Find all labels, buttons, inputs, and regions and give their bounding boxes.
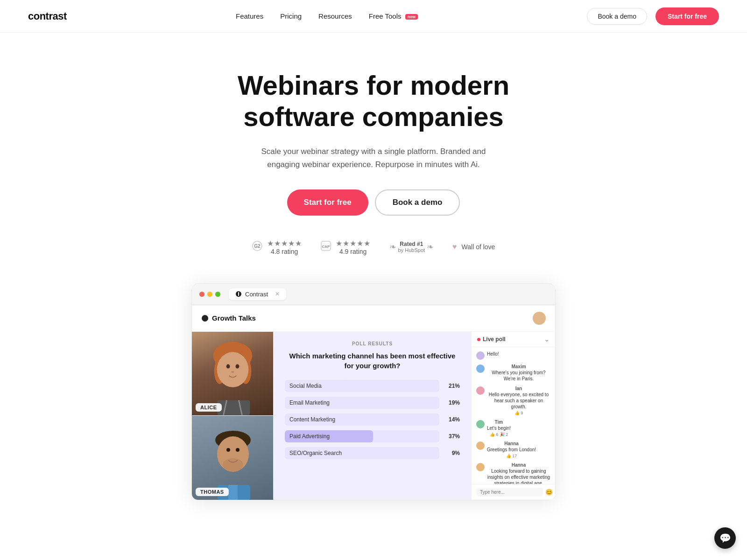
svg-text:G2: G2 — [254, 244, 261, 249]
chat-message: Maxim Where's you joining from? We're in… — [476, 364, 550, 382]
poll-bar-pct: 21% — [444, 383, 460, 389]
laurel-left-icon: ❧ — [389, 242, 396, 252]
chat-reactions: 👍 6 🎉 2 — [487, 432, 511, 437]
poll-option-row: SEO/Organic Search 9% — [285, 447, 460, 459]
capterra-rating: CAP ★★★★★ 4.9 rating — [321, 239, 371, 255]
poll-question: Which marketing channel has been most ef… — [285, 351, 460, 371]
social-proof-bar: G2 ★★★★★ 4.8 rating CAP ★★★★★ 4.9 rating… — [9, 239, 738, 255]
svg-point-11 — [226, 364, 230, 369]
logo: contrast — [28, 10, 67, 22]
g2-stars: ★★★★★ — [267, 239, 302, 248]
browser-bar: Contrast ✕ — [192, 284, 555, 305]
fire-emoji[interactable]: 🔥 — [555, 489, 556, 496]
chat-text: Greetings from London! — [487, 447, 536, 453]
chat-sender: Hanna — [487, 462, 550, 468]
svg-point-20 — [226, 448, 230, 452]
nav-book-demo-button[interactable]: Book a demo — [587, 8, 647, 25]
hero-book-demo-button[interactable]: Book a demo — [375, 189, 460, 216]
dot-yellow — [207, 292, 212, 297]
poll-option-row: Email Marketing 19% — [285, 397, 460, 409]
app-content: Growth Talks — [192, 305, 555, 500]
poll-bar-bg: Social Media — [285, 380, 439, 392]
poll-bar-fill: Paid Advertising — [285, 430, 373, 442]
poll-bar-pct: 9% — [444, 450, 460, 456]
svg-rect-23 — [228, 485, 238, 500]
svg-point-13 — [232, 371, 234, 373]
chat-message: Hello! — [476, 351, 550, 360]
poll-bar-bg: Email Marketing — [285, 397, 439, 409]
chat-input[interactable] — [476, 488, 543, 497]
tab-title: Contrast — [245, 291, 268, 298]
nav-link-free-tools[interactable]: Free Tools new — [369, 12, 418, 20]
nav-link-features[interactable]: Features — [236, 12, 263, 20]
browser-mockup: Contrast ✕ Growth Talks — [191, 283, 556, 500]
poll-bar-bg: SEO/Organic Search — [285, 447, 439, 459]
chat-sender: Tim — [487, 420, 511, 425]
chat-message: Hanna Greetings from London! 👍 17 — [476, 441, 550, 458]
poll-bar-pct: 19% — [444, 399, 460, 406]
poll-option-row: Paid Advertising 37% — [285, 430, 460, 442]
chat-message: Tim Let's begin! 👍 6 🎉 2 — [476, 420, 550, 437]
svg-point-21 — [236, 448, 240, 452]
chat-text: Where's you joining from? We're in Paris… — [487, 370, 550, 382]
live-indicator — [477, 338, 480, 341]
chat-text: Hello! — [487, 351, 499, 357]
chat-avatar — [476, 351, 485, 360]
thomas-face-svg — [192, 416, 273, 500]
user-avatar — [533, 312, 546, 325]
poll-bar-fill: SEO/Organic Search — [285, 447, 346, 459]
poll-options: Social Media 21% Email Marketing 19% Con… — [285, 380, 460, 459]
contrast-favicon — [235, 291, 242, 297]
chat-avatar — [476, 386, 485, 395]
new-badge: new — [405, 14, 418, 20]
wall-of-love: ♥ Wall of love — [452, 243, 495, 251]
wall-of-love-label: Wall of love — [462, 243, 495, 251]
poll-option-row: Content Marketing 14% — [285, 413, 460, 426]
chat-avatar — [476, 420, 485, 428]
speaker-alice-card: ALICE — [192, 332, 273, 416]
hubspot-rated: ❧ Rated #1 by HubSpot ❧ — [389, 241, 434, 253]
svg-rect-14 — [218, 400, 250, 415]
nav-link-resources[interactable]: Resources — [318, 12, 352, 20]
nav-start-free-button[interactable]: Start for free — [655, 7, 719, 25]
poll-bar-label: Social Media — [289, 383, 322, 389]
chat-sender: Hanna — [487, 441, 536, 446]
poll-bar-pct: 14% — [444, 416, 460, 423]
chat-column: Live poll ⌄ Hello! Maxim Where's you joi… — [471, 332, 555, 500]
nav-link-pricing[interactable]: Pricing — [280, 12, 302, 20]
poll-bar-label: Paid Advertising — [289, 433, 330, 440]
tab-close-button[interactable]: ✕ — [275, 291, 280, 297]
chat-text: Let's begin! — [487, 425, 511, 431]
chat-sender: Maxim — [487, 364, 550, 369]
hubspot-line2: by HubSpot — [398, 247, 425, 253]
emoji-picker-button[interactable]: 😊 — [545, 489, 553, 496]
chat-reactions: 👍 9 — [487, 411, 550, 415]
poll-option-row: Social Media 21% — [285, 380, 460, 392]
dot-green — [215, 292, 220, 297]
poll-bar-fill: Content Marketing — [285, 413, 346, 426]
thomas-name-badge: THOMAS — [196, 488, 229, 496]
capterra-label: 4.9 rating — [336, 248, 371, 255]
app-title: Growth Talks — [201, 314, 256, 322]
nav-links: Features Pricing Resources Free Tools ne… — [236, 12, 418, 20]
speakers-column: ALICE — [192, 332, 274, 500]
chat-header: Live poll ⌄ — [472, 332, 555, 347]
browser-dots — [199, 292, 220, 297]
chat-collapse-button[interactable]: ⌄ — [544, 336, 550, 343]
hero-subtext: Scale your webinar strategy with a singl… — [252, 145, 495, 170]
svg-text:CAP: CAP — [322, 245, 330, 249]
hubspot-line1: Rated #1 — [398, 241, 425, 247]
poll-column: POLL RESULTS Which marketing channel has… — [274, 332, 471, 500]
hero-section: Webinars for modern software companies S… — [0, 33, 747, 524]
dot-red — [199, 292, 204, 297]
app-header: Growth Talks — [192, 305, 555, 332]
chat-messages: Hello! Maxim Where's you joining from? W… — [472, 347, 555, 484]
poll-bar-bg: Content Marketing — [285, 413, 439, 426]
poll-bar-label: SEO/Organic Search — [289, 450, 342, 456]
hero-start-free-button[interactable]: Start for free — [287, 189, 368, 216]
poll-title: POLL RESULTS — [285, 341, 460, 346]
app-logo-icon — [201, 315, 209, 322]
poll-bar-fill: Social Media — [285, 380, 348, 392]
navbar: contrast Features Pricing Resources Free… — [0, 0, 747, 33]
chat-avatar — [476, 463, 485, 471]
